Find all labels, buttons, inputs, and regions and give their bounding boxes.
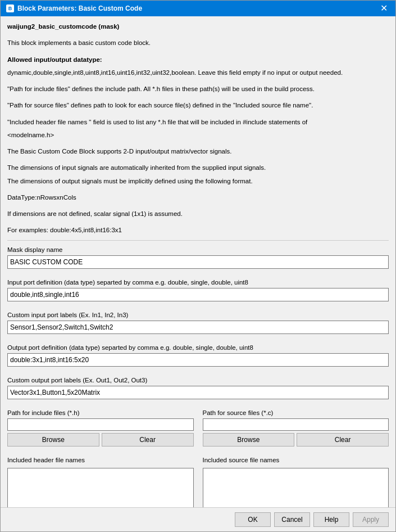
source-btn-row: Browse Clear <box>203 433 389 447</box>
include-path-desc: "Path for include files" defines the inc… <box>7 84 389 94</box>
output-port-def-label: Output port definition (data type) separ… <box>7 344 389 351</box>
apply-button[interactable]: Apply <box>353 512 389 527</box>
output-port-def-input[interactable] <box>7 353 389 367</box>
path-source-label: Path for source files (*.c) <box>203 409 389 416</box>
included-header-section: Included header file names <box>7 457 194 508</box>
close-button[interactable]: ✕ <box>378 4 390 13</box>
include-clear-button[interactable]: Clear <box>102 433 194 447</box>
input-port-def-label: Input port definition (data type) separt… <box>7 279 389 286</box>
source-path-desc: "Path for source files" defines path to … <box>7 101 389 110</box>
included-header-label: Included header file names <box>7 457 194 463</box>
source-path-section: Path for source files (*.c) Browse Clear <box>203 409 389 447</box>
included-source-label: Included source file names <box>203 457 389 463</box>
dimension-desc-b: The dimensions of output signals must be… <box>7 177 389 186</box>
included-source-textarea[interactable] <box>203 468 389 508</box>
path-source-input[interactable] <box>203 418 389 431</box>
custom-input-input[interactable] <box>7 321 389 334</box>
include-browse-button[interactable]: Browse <box>7 433 99 447</box>
included-files-section: Included header file names Included sour… <box>7 457 389 508</box>
source-browse-button[interactable]: Browse <box>203 433 295 447</box>
dimension-desc-a: The dimensions of input signals are auto… <box>7 163 389 173</box>
path-section: Path for include files (*.h) Browse Clea… <box>7 409 389 447</box>
custom-output-input[interactable] <box>7 386 389 399</box>
titlebar: B Block Parameters: Basic Custom Code ✕ <box>1 1 395 16</box>
examples-text: For examples: double:4x5,int8,int16:3x1 <box>7 226 389 235</box>
input-port-def-input[interactable] <box>7 288 389 301</box>
custom-input-label: Custom input port labels (Ex. In1, In2, … <box>7 312 389 318</box>
titlebar-left: B Block Parameters: Basic Custom Code <box>6 4 142 12</box>
window-title: Block Parameters: Basic Custom Code <box>17 4 142 12</box>
allowed-datatype-text: dynamic,double,single,int8,uint8,int16,u… <box>7 68 389 78</box>
matrix-desc: The Basic Custom Code Block supports 2-D… <box>7 147 389 156</box>
included-header-desc-b: <modelname.h> <box>7 130 389 140</box>
included-header-textarea[interactable] <box>7 468 194 508</box>
custom-output-label: Custom output port labels (Ex. Out1, Out… <box>7 377 389 384</box>
include-btn-row: Browse Clear <box>7 433 194 447</box>
datatype-format: DataType:nRowsxnCols <box>7 193 389 202</box>
mask-display-input[interactable] <box>7 255 389 269</box>
include-path-section: Path for include files (*.h) Browse Clea… <box>7 409 194 447</box>
allowed-datatype-label: Allowed input/output datatype: <box>7 55 389 65</box>
path-include-label: Path for include files (*.h) <box>7 409 194 416</box>
scalar-default-desc: If dimensions are not defined, scalar si… <box>7 209 389 219</box>
scrollable-content: waijung2_basic_customcode (mask) This bl… <box>1 16 395 507</box>
content-area: waijung2_basic_customcode (mask) This bl… <box>1 16 395 531</box>
block-description-text: This block implements a basic custom cod… <box>7 38 389 48</box>
main-window: B Block Parameters: Basic Custom Code ✕ … <box>0 0 396 532</box>
mask-display-label: Mask display name <box>7 246 389 253</box>
included-source-section: Included source file names <box>203 457 389 508</box>
window-icon: B <box>6 4 14 12</box>
help-button[interactable]: Help <box>313 512 349 527</box>
path-include-input[interactable] <box>7 418 194 431</box>
source-clear-button[interactable]: Clear <box>297 433 389 447</box>
included-header-desc-a: "Included header file names " field is u… <box>7 118 389 127</box>
bottom-bar: OK Cancel Help Apply <box>1 507 395 531</box>
ok-button[interactable]: OK <box>235 512 271 527</box>
divider-1 <box>7 240 389 241</box>
mask-name-text: waijung2_basic_customcode (mask) <box>7 22 389 31</box>
cancel-button[interactable]: Cancel <box>274 512 310 527</box>
